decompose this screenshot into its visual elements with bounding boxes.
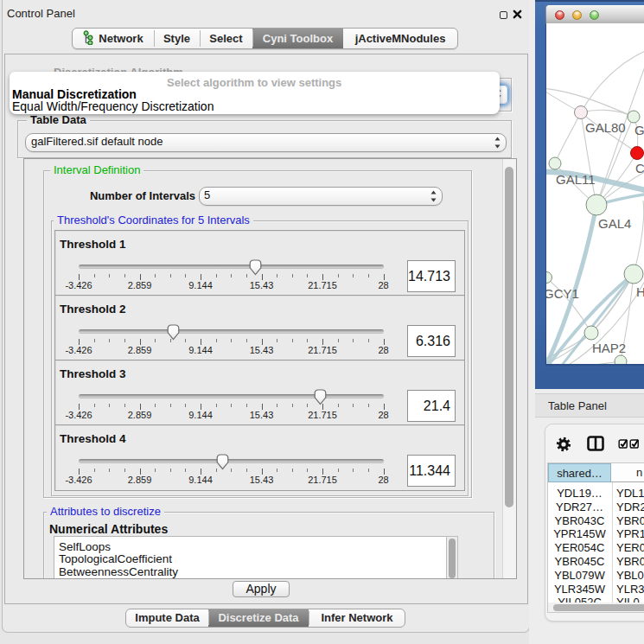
svg-text:GAL80: GAL80 <box>585 120 626 135</box>
svg-text:GAL1: GAL1 <box>634 123 644 137</box>
svg-text:GAL4: GAL4 <box>598 216 631 231</box>
svg-text:HAP2: HAP2 <box>592 341 626 355</box>
svg-text:GAL11: GAL11 <box>556 172 596 187</box>
svg-text:C: C <box>635 161 644 175</box>
svg-text:HIS4: HIS4 <box>636 284 644 299</box>
svg-text:GCY1: GCY1 <box>546 286 579 301</box>
